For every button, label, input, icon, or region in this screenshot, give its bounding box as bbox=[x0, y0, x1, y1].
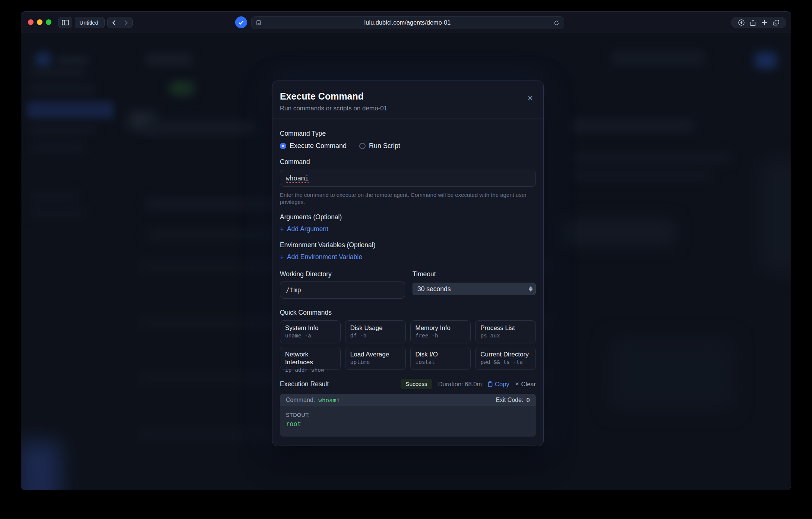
copy-label: Copy bbox=[495, 381, 509, 388]
plus-icon: + bbox=[280, 254, 284, 261]
exit-code-label: Exit Code: bbox=[496, 397, 524, 403]
radio-unselected-icon bbox=[359, 143, 366, 149]
add-argument-button[interactable]: + Add Argument bbox=[280, 225, 328, 233]
quick-command-title: Memory Info bbox=[416, 324, 466, 332]
radio-execute-command[interactable]: Execute Command bbox=[280, 142, 347, 150]
quick-command-cmd: free -h bbox=[416, 333, 466, 339]
working-directory-input[interactable] bbox=[280, 281, 405, 299]
share-icon[interactable] bbox=[750, 19, 756, 26]
quick-command-disk-io[interactable]: Disk I/O iostat bbox=[410, 347, 471, 370]
quick-command-cmd: pwd && ls -la bbox=[480, 359, 531, 365]
exit-code-value: 0 bbox=[526, 397, 530, 404]
close-window-button[interactable] bbox=[28, 19, 34, 25]
timeout-field: Timeout 30 seconds bbox=[413, 270, 536, 299]
radio-run-script[interactable]: Run Script bbox=[359, 142, 400, 150]
reader-icon bbox=[256, 20, 261, 25]
command-type-section: Command Type Execute Command Run Script bbox=[280, 129, 536, 150]
quick-command-cmd: ps aux bbox=[480, 333, 531, 339]
browser-toolbar: Untitled bbox=[21, 12, 791, 33]
forward-button[interactable] bbox=[120, 17, 132, 28]
minimize-window-button[interactable] bbox=[37, 19, 42, 25]
extension-badge-button[interactable] bbox=[235, 16, 247, 28]
dialog-header: Execute Command Run commands or scripts … bbox=[272, 81, 543, 119]
command-help-text: Enter the command to execute on the remo… bbox=[280, 191, 536, 205]
add-env-variable-label: Add Environment Variable bbox=[287, 253, 362, 261]
tab-title: Untitled bbox=[79, 19, 98, 26]
quick-commands-grid: System Info uname -a Disk Usage df -h Me… bbox=[280, 320, 536, 370]
timeout-select[interactable]: 30 seconds bbox=[413, 283, 536, 295]
new-tab-button[interactable] bbox=[762, 20, 767, 25]
tab-overview-button[interactable] bbox=[773, 20, 779, 26]
copy-button[interactable]: Copy bbox=[488, 381, 509, 388]
quick-command-title: System Info bbox=[285, 324, 335, 332]
plus-icon: + bbox=[280, 226, 284, 233]
quick-command-title: Disk I/O bbox=[416, 350, 466, 358]
wd-timeout-row: Working Directory Timeout 30 seconds bbox=[280, 270, 536, 299]
quick-command-cmd: uname -a bbox=[285, 333, 335, 339]
quick-command-disk-usage[interactable]: Disk Usage df -h bbox=[345, 320, 406, 343]
execution-result-label: Execution Result bbox=[280, 380, 401, 388]
chevron-left-icon bbox=[112, 20, 116, 25]
command-type-label: Command Type bbox=[280, 129, 536, 138]
quick-command-title: Process List bbox=[480, 324, 531, 332]
sidebar-toggle-button[interactable] bbox=[58, 17, 72, 28]
traffic-lights bbox=[28, 19, 51, 25]
check-icon bbox=[238, 21, 244, 25]
status-badge: Success bbox=[401, 379, 432, 389]
clear-button[interactable]: × Clear bbox=[515, 380, 536, 388]
close-icon[interactable]: × bbox=[525, 94, 535, 103]
quick-command-title: Network Interfaces bbox=[285, 350, 335, 366]
arguments-section: Arguments (Optional) + Add Argument bbox=[280, 213, 536, 233]
arguments-label: Arguments (Optional) bbox=[280, 213, 536, 221]
quick-command-cmd: uptime bbox=[350, 359, 401, 365]
quick-commands-label: Quick Commands bbox=[280, 308, 536, 317]
result-output: STDOUT: root bbox=[280, 406, 536, 437]
timeout-label: Timeout bbox=[413, 270, 536, 278]
command-input[interactable]: whoami bbox=[280, 170, 536, 187]
back-button[interactable] bbox=[108, 17, 120, 28]
quick-command-cmd: df -h bbox=[350, 333, 401, 339]
env-section: Environment Variables (Optional) + Add E… bbox=[280, 241, 536, 261]
dialog-body: Command Type Execute Command Run Script bbox=[272, 119, 543, 446]
add-env-variable-button[interactable]: + Add Environment Variable bbox=[280, 253, 362, 261]
x-icon: × bbox=[515, 380, 519, 388]
clear-label: Clear bbox=[521, 381, 536, 388]
dialog-subtitle: Run commands or scripts on demo-01 bbox=[280, 104, 536, 113]
quick-command-current-directory[interactable]: Current Directory pwd && ls -la bbox=[475, 347, 536, 370]
quick-command-load-average[interactable]: Load Average uptime bbox=[345, 347, 406, 370]
command-type-options: Execute Command Run Script bbox=[280, 142, 536, 150]
radio-selected-icon bbox=[280, 143, 286, 149]
result-command-value: whoami bbox=[318, 397, 340, 404]
quick-command-system-info[interactable]: System Info uname -a bbox=[280, 320, 341, 343]
nav-buttons bbox=[107, 17, 133, 28]
dialog-footer: Commands will be executed on demo-01 New… bbox=[280, 446, 536, 446]
refresh-icon[interactable] bbox=[554, 20, 559, 26]
quick-command-process-list[interactable]: Process List ps aux bbox=[475, 320, 536, 343]
tab-title-button[interactable]: Untitled bbox=[75, 17, 105, 28]
result-command-bar: Command: whoami Exit Code: 0 bbox=[280, 394, 536, 406]
result-command-label: Command: bbox=[286, 397, 315, 403]
clipboard-icon bbox=[488, 381, 493, 387]
timeout-value: 30 seconds bbox=[417, 285, 529, 293]
desktop: Untitled bbox=[0, 0, 812, 519]
downloads-button[interactable] bbox=[738, 19, 745, 26]
execution-result-box: Command: whoami Exit Code: 0 STDOUT: roo… bbox=[280, 394, 536, 437]
address-bar[interactable]: lulu.dubici.com/agents/demo-01 bbox=[251, 16, 564, 29]
quick-command-title: Disk Usage bbox=[350, 324, 401, 332]
quick-commands-section: Quick Commands System Info uname -a Disk… bbox=[280, 308, 536, 370]
sidebar-toggle-icon bbox=[62, 20, 69, 25]
browser-window: Untitled bbox=[21, 11, 791, 490]
radio-label: Run Script bbox=[369, 142, 400, 150]
radio-label: Execute Command bbox=[290, 142, 347, 150]
toolbar-right-cluster bbox=[731, 17, 786, 28]
execution-result-header: Execution Result Success Duration: 68.0m… bbox=[280, 379, 536, 389]
result-controls: Success Duration: 68.0m Copy × Clear bbox=[401, 379, 536, 389]
quick-command-network-interfaces[interactable]: Network Interfaces ip addr show bbox=[280, 347, 341, 370]
env-label: Environment Variables (Optional) bbox=[280, 241, 536, 249]
zoom-window-button[interactable] bbox=[46, 19, 51, 25]
quick-command-memory-info[interactable]: Memory Info free -h bbox=[410, 320, 471, 343]
command-section: Command whoami Enter the command to exec… bbox=[280, 158, 536, 205]
select-stepper-icon bbox=[529, 286, 533, 292]
quick-command-cmd: ip addr show bbox=[285, 367, 335, 373]
working-directory-field: Working Directory bbox=[280, 270, 405, 299]
